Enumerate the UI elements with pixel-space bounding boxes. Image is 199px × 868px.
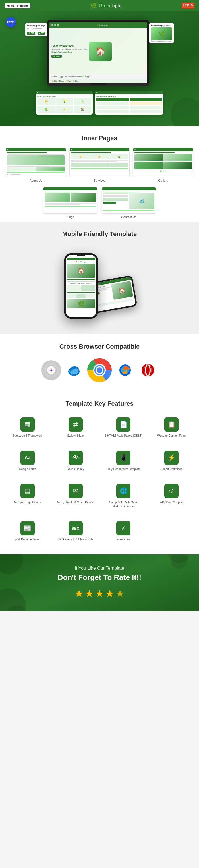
screen-stats: c3 325 ★ 600 We Write About Natural Ener… <box>49 75 147 79</box>
free-icons-icon: ✓ <box>116 521 131 535</box>
html-template-badge: HTML Template <box>5 3 30 8</box>
google-fonts-label: Google Fonts <box>8 467 46 471</box>
mobile-section-title: Mobile Friendly Template <box>6 230 193 238</box>
bootstrap-label: Bootstrap 5 Framework <box>8 434 46 438</box>
contact-form-col <box>103 193 128 209</box>
comp-bar3 <box>96 106 129 109</box>
con-f2 <box>103 195 128 196</box>
srv-line4 <box>71 168 128 169</box>
star-3: ★ <box>95 588 104 599</box>
about-quote-text: ★★★★★ testimonials... <box>7 174 65 176</box>
nav-dot-2 <box>54 24 56 26</box>
blog-line2 <box>45 203 96 204</box>
about-label: About Us <box>6 177 66 184</box>
stars-row: ★ ★ ★ ★ ★ <box>6 588 193 599</box>
about-line1 <box>7 152 47 153</box>
speed-icon: ⚡ <box>164 451 178 465</box>
feature-contact-form: 📋 Working Contact Form <box>150 413 193 442</box>
chrome-icon <box>87 358 112 383</box>
screen-navbar: 🌿 GreenLight <box>49 22 147 28</box>
side-card-testimonial-text2: User reviews here... <box>27 29 45 31</box>
speed-label: Speed Optimised <box>153 467 191 471</box>
gal-img4 <box>163 162 192 169</box>
feature-compatible: 🌐 Compatible With Major Modern Browsers <box>102 479 145 513</box>
inner-page-gallery: Gallery <box>133 148 193 184</box>
compatible-icon: 🌐 <box>116 484 131 498</box>
dot2 <box>96 92 97 93</box>
screen-hero-title: Solar Installations <box>52 44 87 48</box>
safari-icon <box>41 360 61 380</box>
cta-title: Don't Forget To Rate It!! <box>6 573 193 582</box>
top-header: HTML Template 🌿 GreenLight HTML5 <box>0 0 199 11</box>
inner-page-services: 💡 ☀️ 🌿 Services <box>69 148 130 184</box>
inner-page-about: ★★★★★ testimonials... About Us <box>6 148 66 184</box>
star-4: ★ <box>105 588 114 599</box>
srv-ico2: ☀️ <box>90 154 109 159</box>
comp-bar4 <box>96 110 129 113</box>
s5: ⚡ <box>56 106 73 113</box>
feature-bootstrap: ▦ Bootstrap 5 Framework <box>6 413 49 442</box>
con-textarea <box>103 197 128 201</box>
laptop-mockup-wrapper: What Peoples Says ★★★★★ Great product! U… <box>6 20 193 87</box>
star-1: ★ <box>74 588 84 599</box>
hero-bottom-screenshots: Solar Plans & Services ☀️ 💡 🔋 🌿 ⚡ 🏠 Comp… <box>6 91 193 115</box>
browser-section: Cross Browser Compatible <box>0 334 199 392</box>
opera-icon <box>138 360 158 380</box>
srv-more2 <box>90 163 109 167</box>
phone-hero-img: 🏠 <box>67 264 95 278</box>
srv-icon-grid: 💡 ☀️ 🌿 <box>71 154 128 159</box>
side-card-blog-text: Latest news about solar energy... <box>151 40 172 42</box>
seo-icon: SEO <box>68 521 83 535</box>
phone-tiles1 <box>67 285 95 291</box>
clean-design-icon: ✉ <box>68 484 83 498</box>
screen-hero-text: Solar Installations Experience The Power… <box>52 44 87 58</box>
browsers-icons <box>6 358 193 383</box>
comparison-preview-header <box>95 91 163 94</box>
about-preview-frame: ★★★★★ testimonials... <box>6 148 66 177</box>
blog-line1 <box>45 192 80 192</box>
feature-placeholder <box>150 517 193 546</box>
inner-pages-grid: ★★★★★ testimonials... About Us 💡 ☀️ 🌿 <box>0 148 199 187</box>
phone-nav <box>67 257 95 260</box>
blog-articles <box>45 193 96 202</box>
feature-support: ↺ 24/7 Data Support <box>150 479 193 513</box>
contact-label: Contact Us <box>102 214 156 220</box>
screen-logo: 🌿 GreenLight <box>60 24 145 26</box>
gallery-preview-frame <box>133 148 193 177</box>
features-title: Template Key Features <box>6 394 193 413</box>
about-body: ★★★★★ testimonials... <box>6 151 66 177</box>
about-line4 <box>7 172 65 173</box>
tablet-img: 🏠 <box>111 281 133 300</box>
blogs-nav <box>43 187 97 190</box>
side-card-testimonial-title: What Peoples Says <box>27 25 45 26</box>
phone-desc: Experience clean energy solutions... <box>67 283 95 284</box>
ph-bar2 <box>67 281 95 282</box>
s2: 💡 <box>56 98 73 105</box>
gal-img2 <box>163 154 192 161</box>
feature-google-fonts: Aa Google Fonts <box>6 446 49 475</box>
services-items: ☀️ Solar · 🌿 Green · ⚡ Power · 🔋 Battery <box>52 80 79 82</box>
srv-line1 <box>71 152 111 153</box>
screen-content: 🌿 GreenLight Solar Installations Experie… <box>49 22 147 79</box>
ph-bar1 <box>67 279 95 280</box>
screen-hero-image: 🏠 <box>89 41 112 61</box>
side-card-blog: Latest Blogs & News 🌿 Latest news about … <box>149 23 173 43</box>
star-2: ★ <box>85 588 94 599</box>
comp-bar8 <box>130 110 162 113</box>
features-section: Template Key Features ▦ Bootstrap 5 Fram… <box>0 392 199 554</box>
srv-line3 <box>71 161 117 162</box>
comparison-title: Compared To Electricity <box>96 95 162 97</box>
screen-cta-btn[interactable]: Get Started <box>52 55 62 58</box>
con-submit-btn <box>103 202 116 204</box>
features-grid: ▦ Bootstrap 5 Framework ⇄ Swiper Slider … <box>6 413 193 546</box>
pt3 <box>67 294 76 298</box>
svg-point-12 <box>97 367 102 373</box>
stat-badge-1: c3 325 <box>27 32 35 35</box>
comp-bar1 <box>96 98 129 101</box>
stat-item-1: c3 325 <box>52 76 57 78</box>
tagline-small: We Write About Natural Energy <box>65 76 89 78</box>
s4: 🌿 <box>37 106 55 113</box>
comp-bar6 <box>130 102 162 105</box>
swiper-label: Swiper Slider <box>57 434 95 438</box>
gal-img1 <box>134 154 163 161</box>
